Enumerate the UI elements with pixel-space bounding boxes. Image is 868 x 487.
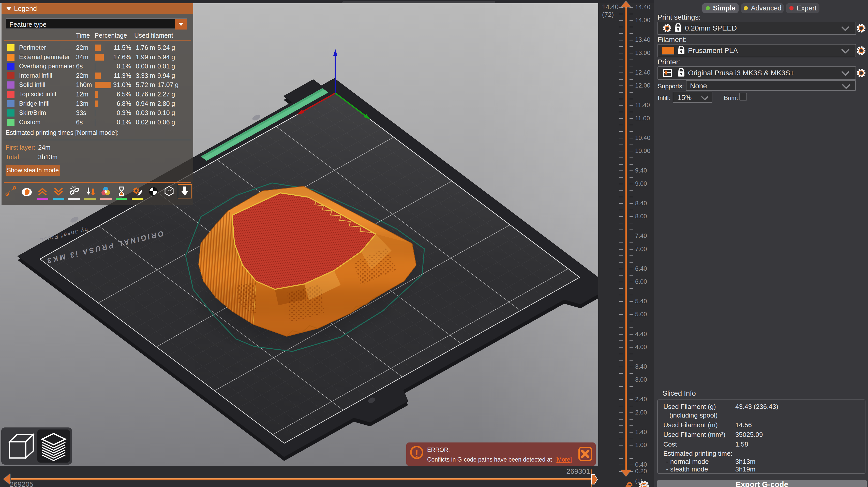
feature-percentage-bar — [95, 45, 101, 51]
dropdown-triangle-icon — [178, 23, 184, 26]
option-shells[interactable] — [163, 185, 176, 201]
option-tool-changes-color-bar — [84, 198, 96, 200]
error-message: Conflicts in G-code paths have been dete… — [427, 456, 572, 463]
feature-filament-g: 0.06 g — [157, 119, 175, 126]
feature-percentage: 0.1% — [101, 119, 131, 126]
printer-combo[interactable]: Original Prusa i3 MK3S & MK3S+ — [657, 66, 856, 80]
feature-filament-m: 0.76 m — [136, 91, 155, 98]
print-settings-gear-button[interactable] — [856, 23, 866, 33]
option-tool-changes[interactable] — [84, 185, 96, 201]
lock-icon — [674, 23, 682, 33]
mode-tab-simple[interactable]: Simple — [702, 3, 739, 13]
first-layer-value: 24m — [38, 144, 51, 151]
option-retractions-color-bar — [37, 198, 48, 200]
bottom-gear-icon[interactable] — [638, 482, 651, 487]
print-settings-value: 0.20mm SPEED — [685, 24, 737, 32]
feature-percentage-bar — [95, 119, 95, 126]
option-tool-marker[interactable] — [179, 185, 191, 201]
expert-hex-icon — [789, 6, 794, 11]
view-type-dropdown-button[interactable] — [175, 19, 187, 30]
export-gcode-button[interactable]: Export G-code — [657, 480, 867, 487]
option-travel[interactable] — [5, 185, 17, 201]
move-slider-track[interactable] — [11, 478, 591, 480]
feature-percentage-bar — [95, 91, 98, 98]
layer-tick-label: 10.00 — [635, 147, 650, 154]
legend-row: Overhang perimeter 6s 0.1% 0.00 m 0.01 g — [2, 62, 193, 71]
sliced-info-row: Estimated printing time: — [658, 450, 865, 458]
filament-combo[interactable]: Prusament PLA — [657, 44, 856, 57]
layer-tick-label: 2.00 — [635, 409, 647, 416]
collapse-triangle-icon[interactable] — [6, 7, 12, 10]
brim-checkbox[interactable] — [739, 93, 747, 101]
feature-label: Solid infill — [19, 81, 45, 88]
option-wipe[interactable] — [21, 185, 33, 201]
view-type-dropdown[interactable]: Feature type — [6, 18, 187, 29]
legend-title: Legend — [14, 5, 37, 13]
move-slider-left-arrow[interactable] — [4, 474, 10, 484]
sliced-info-row: - stealth mode 3h19m — [658, 465, 865, 473]
mode-tab-expert[interactable]: Expert — [786, 3, 819, 13]
printer-gear-button[interactable] — [856, 68, 866, 78]
legend-header[interactable]: Legend — [2, 3, 193, 14]
show-stealth-mode-button[interactable]: Show stealth mode — [6, 165, 60, 176]
feature-filament-m: 1.76 m — [136, 44, 155, 51]
lock-icon — [677, 46, 685, 55]
error-close-button[interactable] — [579, 447, 592, 461]
filament-label: Filament: — [657, 36, 687, 44]
option-color-changes[interactable] — [100, 185, 112, 201]
feature-filament-m: 0.00 m — [136, 63, 155, 70]
layer-slider-bottom-handle[interactable] — [621, 470, 631, 476]
option-seams[interactable] — [68, 185, 81, 201]
sliced-info-label: Used Filament (g) — [663, 403, 716, 411]
total-label: Total: — [6, 153, 21, 161]
view-3d-button[interactable] — [3, 429, 36, 463]
option-deretractions[interactable] — [53, 185, 65, 201]
unlock-icon[interactable] — [623, 482, 636, 487]
sliced-info-row: Used Filament (m) 14.56 — [658, 421, 865, 431]
option-custom-gcode[interactable] — [132, 185, 144, 201]
chevron-down-icon — [701, 95, 709, 101]
sliced-info-value: 3h19m — [735, 465, 755, 473]
layer-slider-top-handle[interactable] — [621, 1, 631, 7]
printer-label: Printer: — [657, 58, 680, 66]
sliced-info-label: - normal mode — [666, 458, 709, 466]
sliced-info-label: (including spool) — [670, 411, 717, 419]
layer-tick-label: 4.40 — [635, 331, 647, 338]
supports-combo[interactable]: None — [686, 80, 856, 91]
layer-tick-label: 2.40 — [635, 396, 647, 403]
layer-slider[interactable]: 14.40 (72) 14.4014.0013.4013.0012.4012.0… — [598, 0, 654, 487]
sliced-info-value: 14.56 — [735, 421, 752, 429]
mode-tab-label: Advanced — [751, 4, 781, 12]
option-retractions[interactable] — [37, 185, 49, 201]
brim-label: Brim: — [724, 94, 738, 102]
infill-combo[interactable]: 15% — [673, 92, 712, 103]
sliced-info-label: Cost — [663, 440, 677, 448]
view-preview-button[interactable] — [37, 429, 70, 463]
supports-label: Supports: — [658, 83, 684, 90]
layer-tick-label: 8.00 — [635, 213, 647, 220]
sliced-info-title: Sliced Info — [662, 389, 696, 397]
legend-row: Internal infill 22m 11.3% 3.33 m 9.94 g — [2, 71, 193, 81]
layer-tick-label: 11.40 — [635, 102, 650, 109]
divider — [4, 182, 191, 183]
legend-row: Perimeter 22m 11.5% 1.76 m 5.24 g — [2, 43, 193, 53]
error-more-link[interactable]: [More] — [555, 456, 572, 463]
layer-tick-label: 0.40 — [635, 461, 647, 468]
mode-tab-label: Simple — [713, 4, 736, 12]
move-end-value: 269301 — [556, 467, 590, 476]
layer-tick-label: 7.00 — [635, 246, 647, 253]
option-center-of-mass[interactable] — [148, 185, 160, 201]
filament-gear-button[interactable] — [856, 46, 866, 55]
option-pause-prints[interactable] — [116, 185, 128, 201]
3d-viewport[interactable]: ORIGINAL PRUSA i3 MK3 by Josef Prusa Leg… — [0, 3, 598, 466]
print-settings-combo[interactable]: 0.20mm SPEED — [657, 22, 856, 35]
advanced-hex-icon — [743, 6, 748, 11]
feature-color-swatch — [7, 100, 14, 107]
move-slider[interactable]: 269301 269205 — [0, 466, 598, 487]
layer-tick-label: 12.40 — [635, 69, 650, 76]
mode-tab-advanced[interactable]: Advanced — [741, 3, 783, 13]
layer-tick-label: 13.40 — [635, 36, 650, 43]
move-slider-handle[interactable] — [591, 474, 598, 484]
layer-slider-track-highlight — [626, 7, 626, 472]
feature-percentage: 31.0% — [101, 81, 131, 89]
